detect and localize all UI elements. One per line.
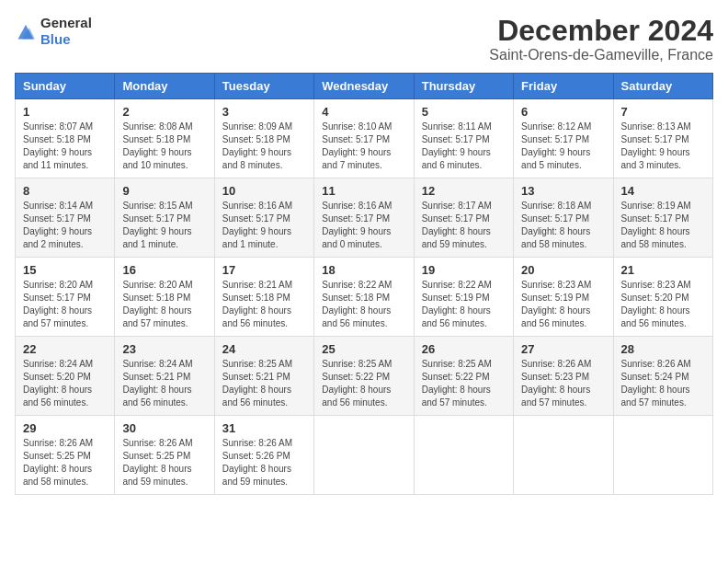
day-details: Sunrise: 8:25 AMSunset: 5:22 PMDaylight:…	[422, 358, 506, 409]
title-section: December 2024 Saint-Orens-de-Gameville, …	[489, 15, 713, 63]
calendar-week-row: 1Sunrise: 8:07 AMSunset: 5:18 PMDaylight…	[16, 99, 713, 178]
day-details: Sunrise: 8:23 AMSunset: 5:19 PMDaylight:…	[521, 279, 605, 330]
logo-text: General Blue	[40, 15, 92, 48]
day-number: 30	[122, 421, 206, 435]
weekday-header-monday: Monday	[115, 74, 214, 99]
day-number: 19	[422, 263, 506, 277]
calendar-week-row: 8Sunrise: 8:14 AMSunset: 5:17 PMDaylight…	[16, 178, 713, 258]
day-number: 16	[122, 263, 206, 277]
day-details: Sunrise: 8:07 AMSunset: 5:18 PMDaylight:…	[23, 121, 107, 172]
calendar-week-row: 29Sunrise: 8:26 AMSunset: 5:25 PMDayligh…	[16, 416, 713, 495]
day-number: 26	[422, 342, 506, 356]
day-details: Sunrise: 8:13 AMSunset: 5:17 PMDaylight:…	[621, 121, 705, 172]
calendar-day-cell	[314, 416, 414, 495]
day-details: Sunrise: 8:16 AMSunset: 5:17 PMDaylight:…	[322, 200, 405, 251]
day-number: 22	[23, 342, 107, 356]
weekday-header-wednesday: Wednesday	[314, 74, 414, 99]
day-number: 24	[222, 342, 306, 356]
calendar-day-cell: 21Sunrise: 8:23 AMSunset: 5:20 PMDayligh…	[613, 258, 712, 337]
calendar-day-cell: 5Sunrise: 8:11 AMSunset: 5:17 PMDaylight…	[414, 99, 513, 178]
calendar-day-cell: 10Sunrise: 8:16 AMSunset: 5:17 PMDayligh…	[214, 178, 313, 258]
day-number: 27	[521, 342, 605, 356]
day-details: Sunrise: 8:20 AMSunset: 5:17 PMDaylight:…	[23, 279, 107, 330]
day-details: Sunrise: 8:11 AMSunset: 5:17 PMDaylight:…	[422, 121, 506, 172]
day-details: Sunrise: 8:24 AMSunset: 5:20 PMDaylight:…	[23, 358, 107, 409]
calendar-day-cell: 12Sunrise: 8:17 AMSunset: 5:17 PMDayligh…	[414, 178, 513, 258]
day-number: 3	[222, 105, 306, 119]
weekday-header-sunday: Sunday	[16, 74, 115, 99]
day-details: Sunrise: 8:26 AMSunset: 5:25 PMDaylight:…	[122, 437, 206, 488]
calendar-day-cell: 27Sunrise: 8:26 AMSunset: 5:23 PMDayligh…	[514, 337, 613, 416]
calendar-table: SundayMondayTuesdayWednesdayThursdayFrid…	[15, 73, 713, 495]
day-details: Sunrise: 8:09 AMSunset: 5:18 PMDaylight:…	[222, 121, 306, 172]
calendar-day-cell: 20Sunrise: 8:23 AMSunset: 5:19 PMDayligh…	[514, 258, 613, 337]
calendar-day-cell: 28Sunrise: 8:26 AMSunset: 5:24 PMDayligh…	[613, 337, 712, 416]
calendar-day-cell: 19Sunrise: 8:22 AMSunset: 5:19 PMDayligh…	[414, 258, 513, 337]
day-number: 6	[521, 105, 605, 119]
calendar-day-cell: 23Sunrise: 8:24 AMSunset: 5:21 PMDayligh…	[115, 337, 214, 416]
day-number: 14	[621, 184, 705, 198]
day-details: Sunrise: 8:26 AMSunset: 5:26 PMDaylight:…	[222, 437, 306, 488]
day-details: Sunrise: 8:22 AMSunset: 5:19 PMDaylight:…	[422, 279, 506, 330]
calendar-day-cell: 30Sunrise: 8:26 AMSunset: 5:25 PMDayligh…	[115, 416, 214, 495]
day-number: 31	[222, 421, 306, 435]
day-details: Sunrise: 8:14 AMSunset: 5:17 PMDaylight:…	[23, 200, 107, 251]
day-details: Sunrise: 8:10 AMSunset: 5:17 PMDaylight:…	[322, 121, 405, 172]
calendar-day-cell: 24Sunrise: 8:25 AMSunset: 5:21 PMDayligh…	[214, 337, 313, 416]
day-details: Sunrise: 8:17 AMSunset: 5:17 PMDaylight:…	[422, 200, 506, 251]
day-details: Sunrise: 8:20 AMSunset: 5:18 PMDaylight:…	[122, 279, 206, 330]
calendar-day-cell: 1Sunrise: 8:07 AMSunset: 5:18 PMDaylight…	[16, 99, 115, 178]
logo-icon	[15, 22, 37, 40]
calendar-day-cell: 2Sunrise: 8:08 AMSunset: 5:18 PMDaylight…	[115, 99, 214, 178]
day-number: 10	[222, 184, 306, 198]
page-subtitle: Saint-Orens-de-Gameville, France	[489, 47, 713, 63]
day-number: 8	[23, 184, 107, 198]
calendar-day-cell: 11Sunrise: 8:16 AMSunset: 5:17 PMDayligh…	[314, 178, 414, 258]
page-title: December 2024	[489, 15, 713, 47]
calendar-day-cell: 15Sunrise: 8:20 AMSunset: 5:17 PMDayligh…	[16, 258, 115, 337]
day-number: 25	[322, 342, 405, 356]
day-number: 5	[422, 105, 506, 119]
calendar-day-cell: 29Sunrise: 8:26 AMSunset: 5:25 PMDayligh…	[16, 416, 115, 495]
day-number: 7	[621, 105, 705, 119]
weekday-header-tuesday: Tuesday	[214, 74, 313, 99]
calendar-day-cell: 13Sunrise: 8:18 AMSunset: 5:17 PMDayligh…	[514, 178, 613, 258]
day-details: Sunrise: 8:26 AMSunset: 5:24 PMDaylight:…	[621, 358, 705, 409]
calendar-day-cell	[613, 416, 712, 495]
logo: General Blue	[15, 15, 92, 48]
calendar-day-cell: 14Sunrise: 8:19 AMSunset: 5:17 PMDayligh…	[613, 178, 712, 258]
day-details: Sunrise: 8:15 AMSunset: 5:17 PMDaylight:…	[122, 200, 206, 251]
page-header: General Blue December 2024 Saint-Orens-d…	[15, 15, 713, 63]
calendar-day-cell: 25Sunrise: 8:25 AMSunset: 5:22 PMDayligh…	[314, 337, 414, 416]
day-details: Sunrise: 8:22 AMSunset: 5:18 PMDaylight:…	[322, 279, 405, 330]
calendar-day-cell: 17Sunrise: 8:21 AMSunset: 5:18 PMDayligh…	[214, 258, 313, 337]
calendar-day-cell: 18Sunrise: 8:22 AMSunset: 5:18 PMDayligh…	[314, 258, 414, 337]
day-number: 13	[521, 184, 605, 198]
day-number: 23	[122, 342, 206, 356]
day-details: Sunrise: 8:08 AMSunset: 5:18 PMDaylight:…	[122, 121, 206, 172]
calendar-day-cell: 6Sunrise: 8:12 AMSunset: 5:17 PMDaylight…	[514, 99, 613, 178]
day-number: 18	[322, 263, 405, 277]
day-details: Sunrise: 8:25 AMSunset: 5:22 PMDaylight:…	[322, 358, 405, 409]
calendar-day-cell: 26Sunrise: 8:25 AMSunset: 5:22 PMDayligh…	[414, 337, 513, 416]
calendar-day-cell: 31Sunrise: 8:26 AMSunset: 5:26 PMDayligh…	[214, 416, 313, 495]
weekday-header-thursday: Thursday	[414, 74, 513, 99]
calendar-week-row: 22Sunrise: 8:24 AMSunset: 5:20 PMDayligh…	[16, 337, 713, 416]
calendar-day-cell: 3Sunrise: 8:09 AMSunset: 5:18 PMDaylight…	[214, 99, 313, 178]
calendar-day-cell: 9Sunrise: 8:15 AMSunset: 5:17 PMDaylight…	[115, 178, 214, 258]
day-number: 15	[23, 263, 107, 277]
calendar-day-cell: 8Sunrise: 8:14 AMSunset: 5:17 PMDaylight…	[16, 178, 115, 258]
day-number: 29	[23, 421, 107, 435]
weekday-header-saturday: Saturday	[613, 74, 712, 99]
day-number: 1	[23, 105, 107, 119]
day-number: 17	[222, 263, 306, 277]
day-details: Sunrise: 8:26 AMSunset: 5:25 PMDaylight:…	[23, 437, 107, 488]
calendar-day-cell	[414, 416, 513, 495]
day-number: 9	[122, 184, 206, 198]
day-details: Sunrise: 8:21 AMSunset: 5:18 PMDaylight:…	[222, 279, 306, 330]
day-details: Sunrise: 8:12 AMSunset: 5:17 PMDaylight:…	[521, 121, 605, 172]
logo-blue: Blue	[40, 31, 71, 47]
calendar-day-cell: 22Sunrise: 8:24 AMSunset: 5:20 PMDayligh…	[16, 337, 115, 416]
day-details: Sunrise: 8:26 AMSunset: 5:23 PMDaylight:…	[521, 358, 605, 409]
day-number: 4	[322, 105, 405, 119]
